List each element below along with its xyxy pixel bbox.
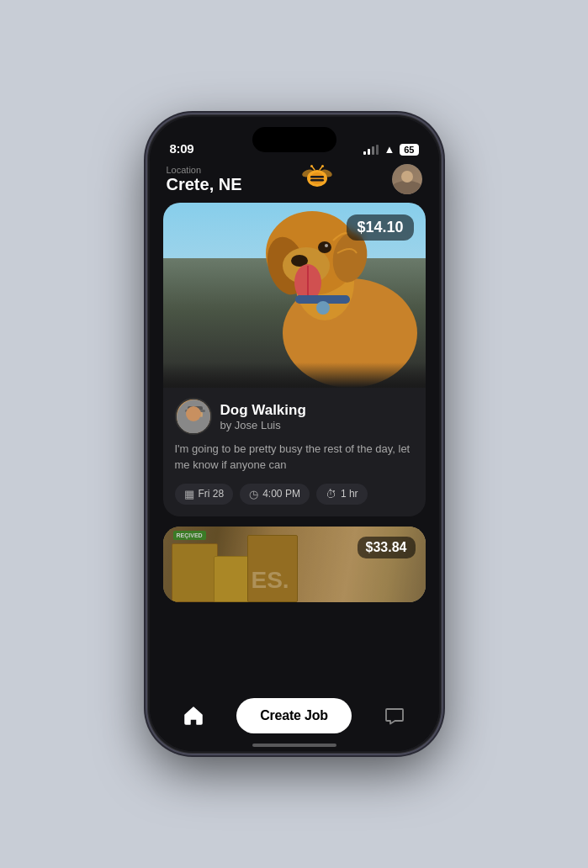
svg-point-25 (183, 421, 207, 435)
job-title: Dog Walking (220, 402, 306, 419)
home-indicator (252, 744, 336, 747)
calendar-icon: ▦ (184, 488, 194, 500)
app-header: Location Crete, NE (150, 161, 439, 203)
dynamic-island (252, 127, 336, 152)
signal-icon (363, 145, 379, 155)
time-chip: ◷ 4:00 PM (240, 484, 310, 505)
svg-rect-27 (185, 410, 205, 412)
svg-rect-3 (310, 179, 324, 182)
user-avatar[interactable] (392, 164, 422, 194)
svg-point-19 (318, 241, 331, 253)
card-description: I'm going to be pretty busy the rest of … (175, 442, 414, 474)
create-job-button[interactable]: Create Job (236, 698, 352, 733)
card-image: $14.10 (163, 203, 426, 388)
posted-by: by Jose Luis (220, 419, 306, 431)
poster-avatar (175, 398, 212, 435)
svg-point-22 (316, 301, 330, 315)
svg-point-9 (321, 165, 324, 167)
duration-value: 1 hr (341, 488, 358, 500)
duration-chip: ⏱ 1 hr (316, 484, 368, 505)
messages-nav-item[interactable] (384, 705, 405, 727)
duration-icon: ⏱ (326, 488, 336, 500)
status-time: 8:09 (170, 141, 194, 156)
time-value: 4:00 PM (262, 488, 300, 500)
wifi-icon: ▲ (384, 143, 395, 156)
svg-rect-2 (310, 176, 324, 178)
job-card-warehouse[interactable]: REÇIVED ES. $33.84 (163, 527, 426, 602)
date-chip: ▦ Fri 28 (175, 484, 234, 505)
date-value: Fri 28 (199, 488, 225, 500)
card-meta: ▦ Fri 28 ◷ 4:00 PM ⏱ 1 hr (175, 484, 414, 505)
status-icons: ▲ 65 (363, 143, 418, 156)
location-value: Crete, NE (167, 175, 242, 194)
app-logo (302, 165, 332, 194)
location-section: Location Crete, NE (167, 165, 242, 194)
svg-point-23 (177, 400, 212, 435)
location-label: Location (167, 165, 242, 175)
job-card-dog-walking[interactable]: $14.10 (163, 203, 426, 516)
card-user-row: Dog Walking by Jose Luis (175, 398, 414, 435)
job-feed: $14.10 (150, 203, 439, 687)
svg-point-7 (310, 165, 313, 167)
svg-point-20 (325, 244, 328, 247)
card-body-dog-walking: Dog Walking by Jose Luis I'm going to be… (163, 388, 426, 516)
battery-indicator: 65 (400, 144, 418, 156)
price-badge-2: $33.84 (358, 537, 416, 558)
bottom-navigation: Create Job (150, 687, 439, 751)
clock-icon: ◷ (249, 488, 258, 500)
user-info: Dog Walking by Jose Luis (220, 402, 306, 431)
home-nav-item[interactable] (183, 705, 204, 727)
price-badge-1: $14.10 (347, 214, 413, 241)
